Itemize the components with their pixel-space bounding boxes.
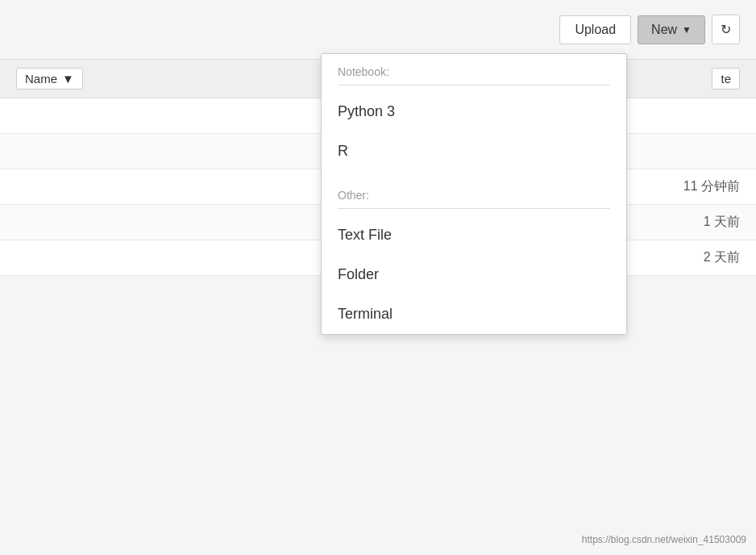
- text-file-item[interactable]: Text File: [322, 215, 626, 255]
- row-date: 1 天前: [704, 214, 740, 231]
- date-column-header: te: [712, 68, 740, 90]
- other-section-header: Other:: [322, 177, 626, 208]
- notebook-section-header: Notebook:: [322, 54, 626, 85]
- new-button[interactable]: New ▼: [638, 15, 705, 44]
- name-column-header[interactable]: Name ▼: [16, 68, 83, 90]
- terminal-item[interactable]: Terminal: [322, 294, 626, 334]
- toolbar: Upload New ▼ ↻: [0, 0, 756, 59]
- watermark: https://blog.csdn.net/weixin_41503009: [582, 534, 746, 545]
- row-date: 11 分钟前: [683, 178, 740, 195]
- new-dropdown-menu: Notebook: Python 3 R Other: Text File Fo…: [321, 53, 627, 335]
- page-container: Upload New ▼ ↻ Name ▼ te 11 分钟前 1 天前 2 天…: [0, 0, 756, 555]
- row-date: 2 天前: [704, 249, 740, 266]
- name-label: Name: [25, 72, 57, 86]
- sort-icon: ▼: [62, 72, 74, 86]
- upload-button[interactable]: Upload: [559, 15, 631, 44]
- refresh-button[interactable]: ↻: [712, 15, 740, 44]
- chevron-down-icon: ▼: [682, 24, 692, 35]
- notebook-python3-item[interactable]: Python 3: [322, 92, 626, 131]
- new-label: New: [651, 23, 677, 37]
- folder-item[interactable]: Folder: [322, 255, 626, 294]
- notebook-r-item[interactable]: R: [322, 131, 626, 171]
